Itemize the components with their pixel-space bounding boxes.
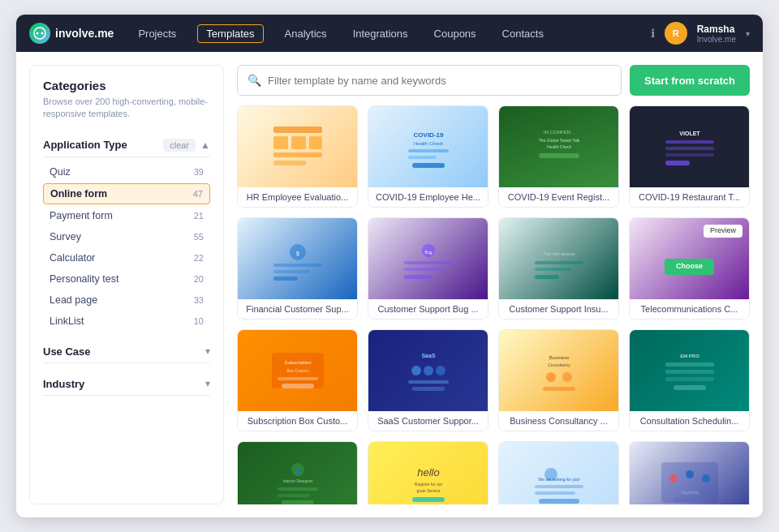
category-online-form[interactable]: Online form 47: [43, 183, 210, 204]
template-card-8[interactable]: Subscription Box Custom Preview Choose S…: [237, 329, 358, 431]
svg-rect-63: [278, 487, 318, 491]
svg-text:We are looking for you!: We are looking for you!: [538, 477, 579, 482]
svg-rect-31: [404, 261, 453, 264]
svg-text:$: $: [296, 251, 299, 256]
svg-rect-42: [278, 377, 318, 380]
svg-point-47: [436, 366, 445, 375]
svg-text:VIOLET: VIOLET: [679, 131, 700, 136]
template-card-13[interactable]: hello Register for our grain Service Pre…: [368, 441, 488, 504]
category-lead-page[interactable]: Lead page 33: [43, 290, 210, 310]
template-card-14[interactable]: We are looking for you! Preview Choose O…: [498, 441, 619, 504]
svg-rect-12: [408, 156, 437, 159]
svg-rect-17: [539, 153, 579, 158]
svg-rect-28: [273, 277, 298, 281]
search-input[interactable]: [268, 75, 611, 87]
template-card-1[interactable]: COVID-19 Health Check Preview Choose C: [368, 105, 488, 208]
application-type-section: Application Type clear ▲ Quiz 39 Online …: [43, 134, 210, 331]
svg-rect-57: [665, 370, 714, 374]
svg-text:Subscription: Subscription: [284, 360, 311, 365]
svg-rect-36: [535, 261, 583, 264]
category-personality-test[interactable]: Personality test 20: [43, 269, 210, 289]
industry-header[interactable]: Industry ▾: [43, 373, 210, 396]
nav-coupons[interactable]: Coupons: [429, 24, 481, 43]
svg-rect-27: [273, 270, 310, 273]
nav: Projects Templates Analytics Integration…: [133, 24, 631, 43]
template-card-3[interactable]: VIOLET Preview Choose COVID-19 Restau: [629, 105, 750, 208]
svg-point-45: [411, 366, 421, 375]
industry-chevron: ▾: [205, 378, 210, 389]
template-label-10: Business Consultancy ...: [499, 411, 618, 431]
template-card-10[interactable]: Business Consultancy Preview Choose Bu: [498, 329, 619, 431]
svg-rect-33: [404, 275, 433, 279]
main: Categories Browse over 200 high-converti…: [16, 52, 763, 517]
svg-rect-13: [412, 163, 445, 168]
nav-integrations[interactable]: Integrations: [348, 24, 413, 43]
template-card-2[interactable]: IN CONFER... The Global Tested Talk Heal…: [498, 105, 619, 208]
svg-text:Consultancy: Consultancy: [548, 363, 570, 367]
template-card-7[interactable]: Preview Choose Telecommunications C...: [629, 217, 750, 320]
svg-text:COVID-19: COVID-19: [413, 131, 443, 139]
content: 🔍 Start from scratch: [237, 65, 750, 504]
nav-templates[interactable]: Templates: [197, 24, 263, 43]
template-card-6[interactable]: + Thal mini account Preview Choose Cus: [498, 217, 619, 320]
template-card-0[interactable]: Preview Choose HR Employee Evaluatio...: [237, 105, 358, 208]
svg-rect-73: [535, 491, 575, 495]
template-label-0: HR Employee Evaluatio...: [238, 187, 357, 207]
svg-point-2: [41, 32, 44, 35]
template-label-6: Customer Support Insu...: [499, 299, 618, 319]
category-survey[interactable]: Survey 55: [43, 227, 210, 247]
template-card-9[interactable]: SaaS Preview Choose: [368, 329, 488, 431]
svg-text:+: +: [557, 242, 561, 247]
svg-text:Health Check: Health Check: [413, 141, 443, 146]
svg-point-0: [34, 28, 45, 39]
svg-rect-59: [674, 385, 706, 390]
svg-rect-7: [273, 152, 322, 157]
category-calculator[interactable]: Calculator 22: [43, 248, 210, 268]
chevron-down-icon[interactable]: ▾: [746, 29, 750, 38]
collapse-icon[interactable]: ▲: [200, 139, 210, 151]
industry-section: Industry ▾: [43, 373, 210, 396]
svg-rect-58: [665, 377, 714, 381]
info-icon[interactable]: ℹ: [651, 27, 655, 40]
svg-rect-23: [665, 161, 690, 165]
svg-point-1: [37, 32, 39, 35]
search-input-wrap: 🔍: [237, 65, 622, 96]
nav-contacts[interactable]: Contacts: [497, 24, 549, 43]
template-card-12[interactable]: 👤 Interior Designer Preview Choose In: [237, 441, 358, 504]
start-from-scratch-button[interactable]: Start from scratch: [630, 65, 750, 96]
svg-rect-5: [291, 136, 306, 149]
use-case-section: Use Case ▾: [43, 341, 210, 363]
template-card-4[interactable]: $ Preview Choose Financial Customer Sup.…: [237, 217, 358, 320]
svg-point-53: [562, 372, 572, 382]
use-case-chevron: ▾: [205, 345, 210, 357]
nav-analytics[interactable]: Analytics: [280, 24, 332, 43]
nav-projects[interactable]: Projects: [133, 24, 181, 43]
svg-rect-8: [273, 161, 306, 165]
template-card-15[interactable]: Tag Along Preview Choose Tag Along Sign …: [629, 441, 750, 504]
category-payment-form[interactable]: Payment form 21: [43, 206, 210, 225]
svg-text:EM PRO: EM PRO: [680, 354, 699, 358]
svg-rect-75: [661, 462, 718, 503]
header-right: ℹ R Ramsha Involve.me ▾: [651, 22, 750, 45]
use-case-header[interactable]: Use Case ▾: [43, 341, 210, 363]
svg-rect-56: [665, 363, 714, 367]
category-linklist[interactable]: LinkList 10: [43, 311, 210, 331]
svg-text:SaaS: SaaS: [421, 353, 435, 358]
template-card-11[interactable]: EM PRO Preview Choose Consultation Sc: [629, 329, 750, 431]
templates-grid: Preview Choose HR Employee Evaluatio... …: [237, 105, 750, 504]
svg-text:Interior Designer: Interior Designer: [282, 478, 312, 483]
app-type-label: Application Type: [43, 139, 127, 151]
svg-rect-4: [273, 136, 288, 149]
svg-rect-72: [535, 485, 583, 488]
category-quiz[interactable]: Quiz 39: [43, 162, 210, 182]
template-label-5: Customer Support Bug ...: [368, 299, 488, 319]
template-card-5[interactable]: Bug Preview Choose Customer Support Bug …: [368, 217, 488, 320]
header: involve.me Projects Templates Analytics …: [16, 15, 763, 52]
svg-rect-21: [665, 147, 714, 150]
logo[interactable]: involve.me: [29, 23, 114, 44]
svg-rect-38: [535, 275, 559, 279]
clear-button[interactable]: clear: [163, 139, 196, 152]
svg-rect-26: [273, 264, 322, 267]
svg-text:grain Service: grain Service: [416, 488, 440, 493]
svg-rect-37: [535, 268, 571, 271]
